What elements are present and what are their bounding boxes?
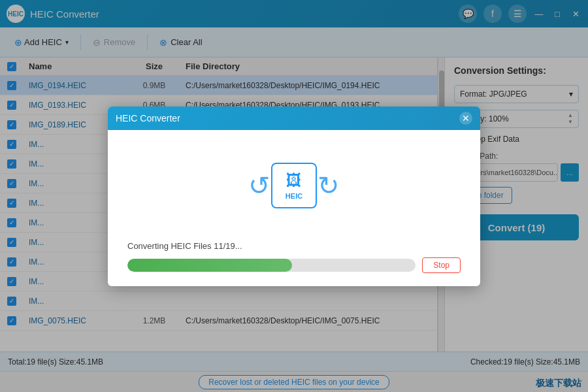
app-window: HEIC HEIC Converter 💬 f ☰ — □ ✕ ⊕ Add HE… <box>0 0 588 392</box>
arrow-left-icon: ↺ <box>248 171 270 201</box>
heic-icon-wrapper: ↺ 🖼 HEIC ↻ <box>248 146 340 225</box>
conversion-modal: HEIC Converter ✕ ↺ 🖼 HEIC ↻ Converting H… <box>108 106 480 286</box>
progress-track: 57% <box>127 259 416 272</box>
arrow-right-icon: ↻ <box>318 171 340 201</box>
heic-label: HEIC <box>286 192 302 200</box>
image-icon: 🖼 <box>286 171 302 189</box>
heic-box: 🖼 HEIC <box>271 163 317 208</box>
modal-header: HEIC Converter ✕ <box>108 106 480 130</box>
progress-row: 57% Stop <box>127 257 461 273</box>
modal-close-button[interactable]: ✕ <box>459 112 472 125</box>
modal-overlay: HEIC Converter ✕ ↺ 🖼 HEIC ↻ Converting H… <box>0 0 588 392</box>
modal-icon-area: ↺ 🖼 HEIC ↻ <box>127 143 461 228</box>
progress-fill <box>127 259 292 272</box>
modal-title: HEIC Converter <box>116 113 180 123</box>
modal-body: ↺ 🖼 HEIC ↻ Converting HEIC Files 11/19..… <box>108 130 480 286</box>
stop-button[interactable]: Stop <box>422 257 461 273</box>
converting-text: Converting HEIC Files 11/19... <box>127 241 461 251</box>
